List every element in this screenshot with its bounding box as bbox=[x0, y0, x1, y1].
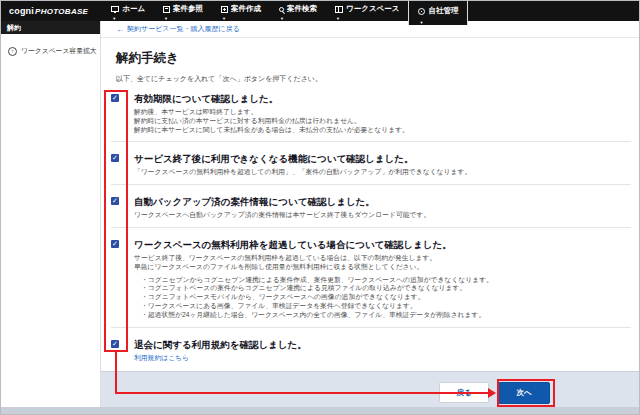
body-line: 「ワークスペースの無料利用枠を超過しての利用」、「案件の自動バックアップ」が利用… bbox=[134, 168, 471, 177]
breadcrumb-label: 契約サービス一覧・購入履歴に戻る bbox=[127, 24, 240, 34]
section-backup-info: ✓ 自動バックアップ済の案件情報について確認しました。 ワークスペースへ自動バッ… bbox=[111, 192, 631, 228]
breadcrumb-back-link[interactable]: ← 契約サービス一覧・購入履歴に戻る bbox=[116, 24, 240, 34]
search-icon bbox=[279, 7, 284, 12]
back-arrow-icon: ← bbox=[116, 25, 124, 34]
workspace-grid-icon bbox=[335, 6, 343, 13]
nav-item-home[interactable]: ホーム ▼ bbox=[102, 1, 154, 21]
nav-item-case-create[interactable]: 案件作成 ▼ bbox=[212, 1, 270, 21]
logo-text-cogni: cogni bbox=[9, 6, 34, 16]
section-unavailable-features: ✓ サービス終了後に利用できなくなる機能について確認しました。 「ワークスペース… bbox=[111, 149, 631, 185]
document-icon bbox=[163, 6, 170, 13]
back-button[interactable]: 戻る bbox=[439, 382, 489, 403]
bullet-item: ・コグニフォトベースモバイルから、ワークスペースへの画像の追加ができなくなります… bbox=[141, 293, 493, 302]
nav-item-label: 自社管理 bbox=[428, 6, 458, 16]
window-bottom-strip bbox=[1, 407, 640, 414]
nav-item-workspace[interactable]: ワークスペース ▼ bbox=[326, 1, 408, 21]
checkmark-icon: ✓ bbox=[112, 240, 118, 247]
section-body: 「ワークスペースの無料利用枠を超過しての利用」、「案件の自動バックアップ」が利用… bbox=[134, 168, 471, 177]
expand-capacity-icon: ↑ bbox=[8, 47, 17, 56]
nav-menu: ホーム ▼ 案件参照 ▼ 案件作成 ▼ 案件検索 ▼ ワークスペース ▼ bbox=[102, 1, 468, 21]
top-navbar: cogniPHOTOBASE ホーム ▼ 案件参照 ▼ 案件作成 ▼ 案件検索 … bbox=[1, 1, 640, 21]
caret-down-icon: ▼ bbox=[336, 17, 340, 21]
footer-action-bar: 戻る 次へ bbox=[101, 371, 639, 407]
gear-icon bbox=[418, 8, 425, 15]
sidebar-header: 解約 bbox=[1, 21, 100, 34]
body-line: 解約後、本サービスは即時終了します。 bbox=[134, 108, 409, 117]
body-line: サービス終了後、ワークスペースの無料利用枠を超過している場合は、以下の制約が発生… bbox=[134, 254, 493, 263]
logo-text-photobase: PHOTOBASE bbox=[35, 7, 88, 16]
section-title: 自動バックアップ済の案件情報について確認しました。 bbox=[134, 195, 430, 208]
caret-down-icon: ▼ bbox=[222, 17, 226, 21]
caret-down-icon: ▼ bbox=[112, 17, 116, 21]
nav-item-label: ホーム bbox=[122, 4, 145, 14]
checkbox-free-quota-exceeded[interactable]: ✓ bbox=[111, 240, 119, 248]
nav-item-label: ワークスペース bbox=[346, 4, 399, 14]
section-body: ワークスペースへ自動バックアップ済の案件情報は本サービス終了後もダウンロード可能… bbox=[134, 211, 430, 220]
caret-down-icon: ▼ bbox=[419, 21, 423, 25]
app-window: cogniPHOTOBASE ホーム ▼ 案件参照 ▼ 案件作成 ▼ 案件検索 … bbox=[0, 0, 640, 415]
page-instruction: 以下、全てにチェックを入れて「次へ」ボタンを押下ください。 bbox=[116, 74, 631, 83]
nav-item-label: 案件作成 bbox=[231, 4, 261, 14]
nav-item-label: 案件検索 bbox=[287, 4, 317, 14]
bullet-item: ・超過状態が24ヶ月継続した場合、ワークスペース内の全ての画像、ファイル、車検証… bbox=[141, 311, 493, 320]
section-free-quota-exceeded: ✓ ワークスペースの無料利用枠を超過している場合について確認しました。 サービス… bbox=[111, 235, 631, 328]
app-logo[interactable]: cogniPHOTOBASE bbox=[1, 1, 88, 21]
section-title: ワークスペースの無料利用枠を超過している場合について確認しました。 bbox=[134, 238, 493, 251]
section-title: 有効期限について確認しました。 bbox=[134, 92, 409, 105]
page-content: 解約手続き 以下、全てにチェックを入れて「次へ」ボタンを押下ください。 ✓ 有効… bbox=[101, 38, 639, 369]
nav-item-case-search[interactable]: 案件検索 ▼ bbox=[270, 1, 326, 21]
section-title: サービス終了後に利用できなくなる機能について確認しました。 bbox=[134, 152, 471, 165]
terms-link[interactable]: 利用規約はこちら bbox=[134, 354, 307, 363]
sidebar-item-workspace-expand[interactable]: ↑ ワークスペース容量拡大 bbox=[8, 46, 100, 56]
sidebar: 解約 ↑ ワークスペース容量拡大 bbox=[1, 21, 101, 407]
section-terms: ✓ 退会に関する利用規約を確認しました。 利用規約はこちら bbox=[111, 335, 631, 370]
checkbox-expiration[interactable]: ✓ bbox=[111, 94, 119, 102]
body-line: 解約時に支払い済の本サービスに対する利用料金の払戻は行われません。 bbox=[134, 117, 409, 126]
bullet-item: ・ワークスペースにある画像、ファイル、車検証データを案件へ登録できなくなります。 bbox=[141, 302, 493, 311]
restriction-bullet-list: ・コグニセブンからコグニセブン連携による案件作成、案件更新、ワークスペースへの追… bbox=[141, 276, 493, 320]
nav-item-company-admin[interactable]: 自社管理 ▼ bbox=[408, 1, 468, 25]
confirmation-sections: ✓ 有効期限について確認しました。 解約後、本サービスは即時終了します。 解約時… bbox=[111, 89, 631, 369]
section-expiration: ✓ 有効期限について確認しました。 解約後、本サービスは即時終了します。 解約時… bbox=[111, 89, 631, 142]
home-icon bbox=[111, 6, 119, 12]
nav-item-case-view[interactable]: 案件参照 ▼ bbox=[154, 1, 212, 21]
section-title: 退会に関する利用規約を確認しました。 bbox=[134, 338, 307, 351]
checkmark-icon: ✓ bbox=[112, 197, 118, 204]
checkmark-icon: ✓ bbox=[112, 340, 118, 347]
main-area: ← 契約サービス一覧・購入履歴に戻る 解約手続き 以下、全てにチェックを入れて「… bbox=[101, 21, 639, 407]
checkmark-icon: ✓ bbox=[112, 94, 118, 101]
document-plus-icon bbox=[221, 6, 228, 13]
breadcrumb-row: ← 契約サービス一覧・購入履歴に戻る bbox=[101, 21, 639, 38]
checkmark-icon: ✓ bbox=[112, 154, 118, 161]
body-line: 解約時に本サービスに関して未払料金がある場合は、未払分の支払いが必要となります。 bbox=[134, 126, 409, 135]
sidebar-item-label: ワークスペース容量拡大 bbox=[21, 46, 97, 56]
checkbox-backup-info[interactable]: ✓ bbox=[111, 197, 119, 205]
nav-item-label: 案件参照 bbox=[173, 4, 203, 14]
bullet-item: ・コグニフォトベースの案件からコグニセブン連携による見積ファイルの取り込みができ… bbox=[141, 284, 493, 293]
caret-down-icon: ▼ bbox=[164, 17, 168, 21]
checkbox-terms[interactable]: ✓ bbox=[111, 340, 119, 348]
section-body: サービス終了後、ワークスペースの無料利用枠を超過している場合は、以下の制約が発生… bbox=[134, 254, 493, 272]
next-button[interactable]: 次へ bbox=[498, 382, 550, 404]
body-line: 早急にワークスペースのファイルを削除し使用量が無料利用枠に収まる状態としてくださ… bbox=[134, 263, 493, 272]
page-title: 解約手続き bbox=[116, 51, 631, 66]
caret-down-icon: ▼ bbox=[280, 17, 284, 21]
checkbox-unavailable-features[interactable]: ✓ bbox=[111, 154, 119, 162]
body-line: ワークスペースへ自動バックアップ済の案件情報は本サービス終了後もダウンロード可能… bbox=[134, 211, 430, 220]
section-body: 解約後、本サービスは即時終了します。 解約時に支払い済の本サービスに対する利用料… bbox=[134, 108, 409, 134]
bullet-item: ・コグニセブンからコグニセブン連携による案件作成、案件更新、ワークスペースへの追… bbox=[141, 276, 493, 285]
